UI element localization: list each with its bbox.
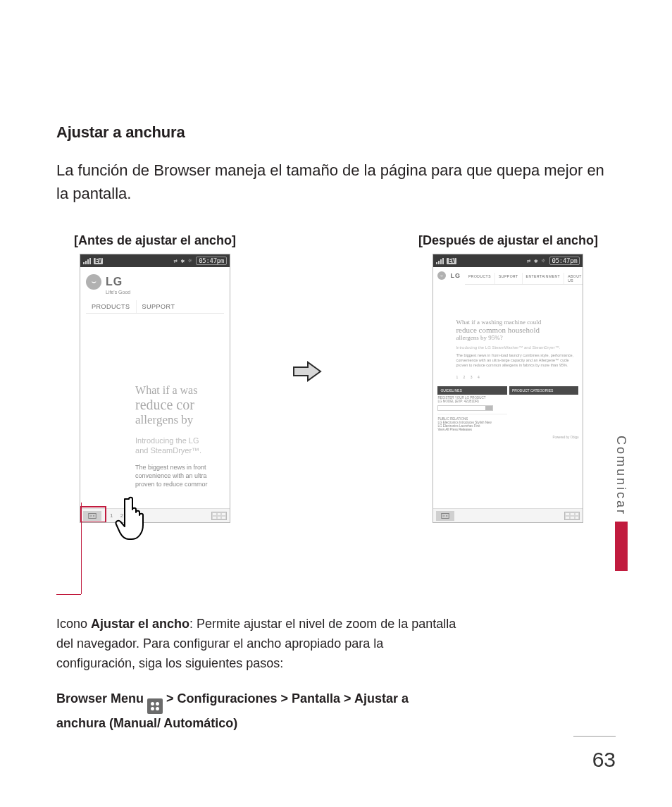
browser-toolbar <box>433 508 583 522</box>
browser-toolbar: 1 2 3 4 <box>80 508 230 522</box>
list-columns: REGISTER YOUR LG PRODUCT LG MODEL (EXP: … <box>437 396 578 431</box>
hero-subtitle: Introducing the LG and SteamDryer™. <box>86 436 224 456</box>
body-line: The biggest news in front <box>135 463 224 472</box>
hero-text: What if a was reduce cor allergens by <box>86 384 224 427</box>
site-nav: PRODUCTS SUPPORT <box>86 300 224 314</box>
arrow-icon <box>292 359 322 383</box>
list-link: View All Press Releases <box>437 428 507 431</box>
figures-row: [Antes de ajustar el ancho] EV ⇄ ✱ ☼ 05:… <box>56 233 616 523</box>
tap-hand-icon <box>115 493 154 543</box>
fit-width-icon <box>440 512 450 519</box>
svg-rect-1 <box>442 513 449 518</box>
site-nav-item: ABOUT US <box>564 273 583 284</box>
keyboard-icon[interactable] <box>211 512 227 520</box>
page-number: 63 <box>592 748 616 772</box>
hero-line: allergens by 95%? <box>456 334 578 341</box>
lg-logo-text: LG <box>450 272 461 279</box>
side-tab-label: Comunicar <box>614 436 628 522</box>
signal-icon <box>436 258 444 264</box>
hero-line: reduce cor <box>135 397 224 413</box>
hero-body: The biggest news in front convenience wi… <box>86 463 224 488</box>
section-lead: La función de Browser maneja el tamaño d… <box>56 159 616 205</box>
list-sub: LG MODEL (EXP: 42LB1DR) <box>437 400 507 403</box>
subtitle-line: and SteamDryer™. <box>135 445 224 455</box>
manual-page: Ajustar a anchura La función de Browser … <box>0 0 672 807</box>
lg-logo-text: LG <box>106 276 123 288</box>
figure-after: [Después de ajustar el ancho] EV ⇄ ✱ ☼ 0… <box>418 233 598 523</box>
hero-line: reduce common household <box>456 326 578 334</box>
fit-width-button[interactable] <box>436 511 454 521</box>
browser-menu-icon <box>147 698 163 714</box>
figure-before: [Antes de ajustar el ancho] EV ⇄ ✱ ☼ 05:… <box>74 233 236 523</box>
section-header: PRODUCT CATEGORIES <box>509 386 579 395</box>
callout-term: Ajustar el ancho <box>91 617 189 631</box>
keyboard-icon[interactable] <box>564 512 580 520</box>
figure-before-caption: [Antes de ajustar el ancho] <box>74 233 236 248</box>
fit-width-button[interactable] <box>83 511 101 521</box>
hero-line: What if a washing machine could <box>456 319 578 326</box>
lg-logo-icon: ⌣ <box>86 274 101 290</box>
browser-viewport: ⌣ LG Life's Good PRODUCTS SUPPORT What i… <box>80 267 230 510</box>
site-nav-item: SUPPORT <box>136 300 181 313</box>
model-search-input[interactable] <box>437 405 493 411</box>
phone-mock-before: EV ⇄ ✱ ☼ 05:47pm ⌣ LG Life's Good PRODUC… <box>80 254 230 523</box>
clock: 05:47pm <box>196 257 227 265</box>
clock: 05:47pm <box>549 257 580 265</box>
network-badge: EV <box>94 258 103 264</box>
site-nav-item: SUPPORT <box>494 273 522 284</box>
site-nav-item: PRODUCTS <box>86 300 136 313</box>
path-segment: Browser Menu <box>56 691 147 706</box>
list-column: REGISTER YOUR LG PRODUCT LG MODEL (EXP: … <box>437 396 507 431</box>
browser-viewport: ⌣ LG PRODUCTS SUPPORT ENTERTAINMENT ABOU… <box>433 267 583 510</box>
site-nav-item: ENTERTAINMENT <box>522 273 564 284</box>
status-bar: EV ⇄ ✱ ☼ 05:47pm <box>80 254 230 267</box>
callout-prefix: Icono <box>56 617 91 631</box>
subtitle-line: Introducing the LG <box>135 436 224 445</box>
site-nav: PRODUCTS SUPPORT ENTERTAINMENT ABOUT US <box>465 273 583 285</box>
section-header: GUIDELINES <box>437 386 507 395</box>
status-icons: ⇄ ✱ ☼ <box>527 257 545 264</box>
pager: 1 2 3 4 <box>456 375 578 379</box>
section-side-tab: Comunicar <box>614 436 628 571</box>
svg-rect-0 <box>89 513 97 518</box>
hero-text: What if a washing machine could reduce c… <box>456 319 578 341</box>
section-headers: GUIDELINES PRODUCT CATEGORIES <box>437 386 578 395</box>
status-icons: ⇄ ✱ ☼ <box>174 257 192 264</box>
network-badge: EV <box>447 258 456 264</box>
menu-path: Browser Menu > Configuraciones > Pantall… <box>56 689 458 733</box>
lg-logo-icon: ⌣ <box>437 271 446 280</box>
signal-icon <box>83 258 91 264</box>
provider-label: Powered by Obigo <box>437 436 578 439</box>
lg-logo: ⌣ LG <box>86 274 224 290</box>
callout-leader <box>56 594 81 595</box>
body-line: proven to reduce commor <box>135 480 224 488</box>
list-column <box>509 396 579 431</box>
lg-logo: ⌣ LG <box>437 271 461 280</box>
hero-body: The biggest news in front-load laundry c… <box>456 353 578 368</box>
fit-width-icon <box>87 512 97 519</box>
lg-tagline: Life's Good <box>106 290 224 295</box>
callout-paragraph: Icono Ajustar el ancho: Permite ajustar … <box>56 615 458 674</box>
hero-line: allergens by <box>135 413 224 427</box>
side-tab-marker <box>615 522 628 571</box>
hero-subtitle: Introducing the LG SteamWasher™ and Stea… <box>456 345 578 350</box>
status-bar: EV ⇄ ✱ ☼ 05:47pm <box>433 254 583 267</box>
footer-rule <box>573 736 616 737</box>
body-line: convenience with an ultra <box>135 472 224 480</box>
figure-after-caption: [Después de ajustar el ancho] <box>418 233 598 248</box>
site-nav-item: PRODUCTS <box>465 273 494 284</box>
phone-mock-after: EV ⇄ ✱ ☼ 05:47pm ⌣ LG PRODUCTS SUPPORT <box>433 254 583 523</box>
callout-leader <box>81 503 82 594</box>
section-title: Ajustar a anchura <box>56 123 616 142</box>
hero-line: What if a was <box>135 384 224 397</box>
